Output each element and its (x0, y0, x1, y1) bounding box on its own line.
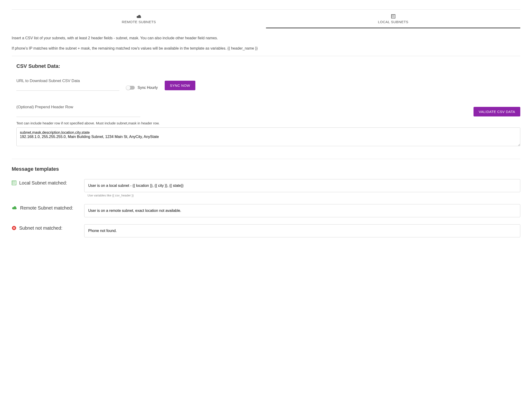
svg-rect-9 (394, 17, 394, 17)
template-label-col: Remote Subnet matched: (12, 204, 77, 212)
template-notmatched-label: Subnet not matched: (19, 224, 62, 232)
template-input-col (84, 204, 520, 217)
error-icon (12, 226, 16, 230)
prepend-label: (Optional) Prepend Header Row (16, 105, 140, 109)
prepend-input-wrap: (Optional) Prepend Header Row (16, 105, 140, 117)
template-remote-label: Remote Subnet matched: (20, 204, 73, 212)
svg-rect-6 (394, 16, 394, 16)
template-notmatched-input[interactable] (84, 224, 520, 237)
svg-rect-19 (15, 183, 15, 184)
template-remote-label-wrap: Remote Subnet matched: (12, 204, 77, 212)
description-line1: Insert a CSV list of your subnets, with … (12, 35, 520, 41)
url-label: URL to Download Subnet CSV Data (16, 79, 119, 83)
svg-rect-13 (15, 181, 15, 182)
template-row-notmatched: Subnet not matched: (12, 224, 520, 237)
sync-hourly-label: Sync Hourly (137, 86, 158, 90)
svg-rect-3 (394, 15, 394, 15)
svg-rect-15 (14, 182, 14, 183)
url-row: URL to Download Subnet CSV Data Sync Hou… (16, 79, 520, 91)
prepend-row: (Optional) Prepend Header Row VALIDATE C… (16, 105, 520, 117)
url-input-wrap: URL to Download Subnet CSV Data (16, 79, 119, 91)
validate-csv-button[interactable]: VALIDATE CSV DATA (473, 107, 520, 117)
sync-hourly-toggle[interactable] (126, 86, 135, 90)
template-local-label: Local Subnet matched: (19, 179, 67, 187)
template-local-hint: Use variables like {{ csv_header }} (88, 194, 520, 197)
template-notmatched-label-wrap: Subnet not matched: (12, 224, 77, 232)
description-text: Insert a CSV list of your subnets, with … (12, 35, 520, 51)
template-input-col (84, 224, 520, 237)
tab-remote-label: REMOTE SUBNETS (122, 20, 156, 24)
tab-local-subnets[interactable]: LOCAL SUBNETS (266, 10, 520, 28)
csv-section-title: CSV Subnet Data: (16, 63, 520, 69)
svg-rect-14 (12, 182, 13, 183)
template-local-label-wrap: Local Subnet matched: (12, 179, 77, 187)
toggle-knob (126, 85, 131, 90)
sync-hourly-toggle-wrap: Sync Hourly (126, 86, 158, 90)
svg-rect-7 (392, 17, 392, 17)
csv-helper-text: Text can include header row if not speci… (16, 121, 520, 125)
template-remote-input[interactable] (84, 204, 520, 217)
divider (12, 56, 520, 56)
template-row-remote: Remote Subnet matched: (12, 204, 520, 217)
template-input-col: Use variables like {{ csv_header }} (84, 179, 520, 197)
description-line2: If phone's IP matches within the subnet … (12, 45, 520, 51)
tab-remote-subnets[interactable]: REMOTE SUBNETS (12, 10, 266, 28)
divider (12, 159, 520, 159)
building-icon (12, 180, 16, 185)
subnet-tabs: REMOTE SUBNETS LOCAL SUBNETS (12, 9, 520, 28)
svg-rect-4 (392, 16, 392, 16)
template-label-col: Local Subnet matched: (12, 179, 77, 187)
svg-rect-5 (393, 16, 393, 16)
svg-rect-18 (14, 183, 14, 184)
templates-title: Message templates (12, 166, 520, 172)
cloud-icon (136, 14, 142, 18)
svg-rect-2 (393, 15, 393, 15)
url-input[interactable] (16, 85, 119, 91)
svg-rect-17 (12, 183, 13, 184)
building-icon (391, 14, 395, 18)
svg-rect-11 (12, 181, 13, 182)
tab-local-label: LOCAL SUBNETS (378, 20, 408, 24)
svg-rect-8 (393, 17, 393, 17)
svg-rect-1 (392, 15, 392, 15)
svg-rect-16 (15, 182, 15, 183)
cloud-icon (12, 206, 17, 210)
csv-textarea[interactable] (16, 127, 520, 146)
prepend-input[interactable] (16, 111, 140, 117)
sync-now-button[interactable]: SYNC NOW (165, 81, 195, 90)
template-row-local: Local Subnet matched: Use variables like… (12, 179, 520, 197)
template-local-input[interactable] (84, 179, 520, 192)
svg-rect-12 (14, 181, 14, 182)
template-label-col: Subnet not matched: (12, 224, 77, 232)
